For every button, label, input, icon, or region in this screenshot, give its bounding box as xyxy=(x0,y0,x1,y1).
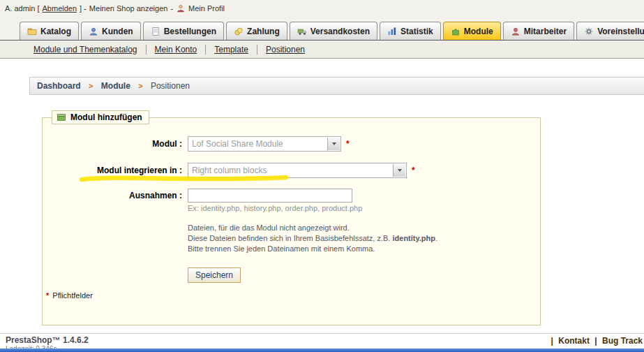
tab-label: Mitarbeiter xyxy=(524,27,567,36)
required-note: * Pflichtfelder xyxy=(46,291,93,300)
module-select[interactable]: Lof Social Share Module xyxy=(188,136,341,152)
shipping-icon xyxy=(297,27,307,36)
module-label: Modul : xyxy=(43,139,188,149)
help-line-2-suffix: . xyxy=(435,234,437,242)
help-text: Dateien, für die das Modul nicht angezei… xyxy=(188,223,437,254)
breadcrumb: Dashboard > Module > Positionen xyxy=(29,77,644,95)
dropdown-arrow-icon xyxy=(393,164,405,177)
help-line-1: Dateien, für die das Modul nicht angezei… xyxy=(188,223,437,233)
tab-module[interactable]: Module xyxy=(443,22,501,40)
help-line-3: Bitte trennen Sie jeden Dateinamen mit e… xyxy=(188,244,437,254)
exceptions-hint: Ex: identity.php, history.php, order.php… xyxy=(188,204,362,212)
tab-label: Katalog xyxy=(40,27,71,36)
view-shop-link[interactable]: Meinen Shop anzeigen xyxy=(89,4,168,13)
profile-icon xyxy=(176,3,186,13)
user-name: A. admin [ xyxy=(5,4,40,13)
tab-bestellungen[interactable]: Bestellungen xyxy=(143,22,224,40)
contact-link[interactable]: Kontakt xyxy=(558,336,590,346)
module-add-icon xyxy=(57,112,66,122)
breadcrumb-module[interactable]: Module xyxy=(101,81,130,91)
breadcrumb-separator-icon: > xyxy=(89,82,93,90)
tab-katalog[interactable]: Katalog xyxy=(20,22,79,40)
employees-icon xyxy=(511,27,521,36)
module-row: Modul : Lof Social Share Module * xyxy=(43,136,350,152)
user-suffix: ] - xyxy=(80,4,87,13)
footer-divider: | xyxy=(594,336,597,346)
tab-label: Bestellungen xyxy=(164,27,216,36)
preferences-icon xyxy=(584,27,594,36)
tab-label: Voreinstellungen xyxy=(597,27,644,36)
footer-divider: | xyxy=(551,336,553,346)
folder-icon xyxy=(27,27,37,36)
tab-zahlung[interactable]: Zahlung xyxy=(226,22,287,40)
tab-label: Kunden xyxy=(102,27,133,36)
help-line-2: Diese Dateien befinden sich in Ihrem Bas… xyxy=(188,233,437,244)
tab-label: Zahlung xyxy=(247,27,280,36)
user-bar: A. admin [ Abmelden ] - Meinen Shop anze… xyxy=(5,3,225,13)
subnav-mein-konto[interactable]: Mein Konto xyxy=(146,45,206,54)
tab-statistik[interactable]: Statistik xyxy=(380,22,441,40)
modules-icon xyxy=(451,27,460,36)
breadcrumb-positionen: Positionen xyxy=(151,81,190,91)
save-button[interactable]: Speichern xyxy=(188,267,241,283)
exceptions-input[interactable] xyxy=(188,189,352,203)
tab-label: Versandkosten xyxy=(310,27,370,36)
tab-label: Statistik xyxy=(400,27,433,36)
logout-link[interactable]: Abmelden xyxy=(43,4,77,13)
tab-versandkosten[interactable]: Versandkosten xyxy=(290,22,377,40)
required-asterisk: * xyxy=(346,139,350,149)
integrate-label: Modul integrieren in : xyxy=(43,166,188,175)
stats-icon xyxy=(387,27,397,36)
profile-link[interactable]: Mein Profil xyxy=(188,4,225,13)
integrate-select[interactable]: Right column blocks xyxy=(188,163,407,178)
exceptions-label: Ausnahmen : xyxy=(43,191,188,200)
required-note-text: Pflichtfelder xyxy=(52,291,92,300)
subnav-positionen[interactable]: Positionen xyxy=(257,45,313,54)
app-version: PrestaShop™ 1.4.6.2 xyxy=(6,335,89,345)
orders-icon xyxy=(151,27,160,36)
subnav: Module und Themenkatalog Mein Konto Temp… xyxy=(0,40,644,59)
exceptions-row: Ausnahmen : xyxy=(43,189,352,203)
integrate-select-value: Right column blocks xyxy=(188,166,393,175)
fieldset-legend: Modul hinzufügen xyxy=(52,110,149,124)
tab-kunden[interactable]: Kunden xyxy=(81,22,141,40)
footer: PrestaShop™ 1.4.6.2 Ladezeit: 0.346s | K… xyxy=(0,333,644,349)
breadcrumb-dashboard[interactable]: Dashboard xyxy=(37,81,81,91)
payment-icon xyxy=(234,27,244,36)
footer-links: | Kontakt | Bug Track xyxy=(548,336,643,346)
tab-mitarbeiter[interactable]: Mitarbeiter xyxy=(503,22,574,40)
main-tabs: Katalog Kunden Bestellungen Zahlung Vers… xyxy=(20,22,644,40)
tab-voreinstellungen[interactable]: Voreinstellungen xyxy=(576,22,644,40)
bottom-blue-strip xyxy=(0,349,644,352)
tab-label: Module xyxy=(464,27,493,36)
bugtracker-link[interactable]: Bug Track xyxy=(602,336,643,346)
customers-icon xyxy=(89,27,98,36)
add-module-fieldset: Modul hinzufügen Modul : Lof Social Shar… xyxy=(42,117,541,325)
separator-dash: - xyxy=(170,4,173,13)
integrate-row: Modul integrieren in : Right column bloc… xyxy=(43,163,415,178)
dropdown-arrow-icon xyxy=(327,138,340,150)
subnav-module-themenkatalog[interactable]: Module und Themenkatalog xyxy=(25,45,146,54)
prestashop-admin-screen: A. admin [ Abmelden ] - Meinen Shop anze… xyxy=(0,0,644,352)
subnav-template[interactable]: Template xyxy=(205,45,257,54)
module-select-value: Lof Social Share Module xyxy=(188,139,327,149)
required-asterisk: * xyxy=(46,291,49,300)
legend-text: Modul hinzufügen xyxy=(70,112,142,122)
help-line-2-bold: identity.php xyxy=(392,234,435,242)
help-line-2-prefix: Diese Dateien befinden sich in Ihrem Bas… xyxy=(188,234,392,242)
breadcrumb-separator-icon: > xyxy=(138,82,142,90)
header-zone: A. admin [ Abmelden ] - Meinen Shop anze… xyxy=(0,0,644,40)
required-asterisk: * xyxy=(412,166,415,175)
